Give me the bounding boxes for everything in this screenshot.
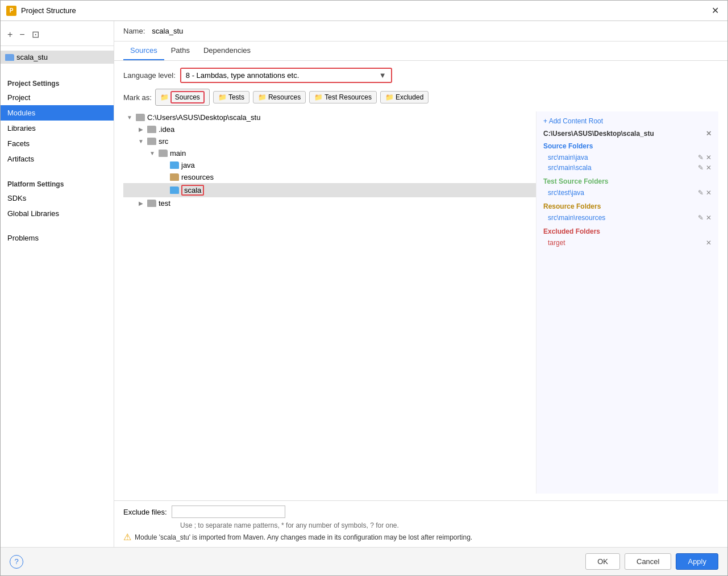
- remove-source-folder-2-button[interactable]: ✕: [706, 164, 712, 172]
- test-source-folder-path-1: src\test\java: [548, 189, 698, 197]
- cancel-button[interactable]: Cancel: [625, 553, 671, 570]
- folder-icon-scala: [170, 187, 179, 194]
- dialog-footer: ? OK Cancel Apply: [1, 547, 727, 575]
- apply-button[interactable]: Apply: [676, 553, 718, 570]
- tree-node-scala[interactable]: scala: [123, 183, 536, 197]
- mark-as-resources-button[interactable]: 📁 Resources: [253, 91, 306, 103]
- tree-node-idea[interactable]: ▶ .idea: [123, 123, 536, 135]
- expand-icon-scala: [160, 187, 168, 193]
- mark-as-label: Mark as:: [123, 93, 152, 102]
- tab-paths[interactable]: Paths: [164, 42, 197, 60]
- sidebar-item-facets[interactable]: Facets: [1, 136, 114, 151]
- source-folder-entry-1: src\main\java ✎ ✕: [548, 152, 712, 163]
- edit-test-source-folder-1-button[interactable]: ✎: [698, 189, 704, 197]
- module-item-scala-stu[interactable]: scala_stu: [1, 51, 114, 64]
- resource-folders-label: Resource Folders: [543, 202, 712, 210]
- remove-test-source-folder-1-button[interactable]: ✕: [706, 189, 712, 197]
- edit-resource-folder-1-button[interactable]: ✎: [698, 214, 704, 222]
- sidebar-item-libraries-label: Libraries: [7, 124, 36, 132]
- sources-button-label: Sources: [170, 91, 205, 103]
- edit-source-folder-1-button[interactable]: ✎: [698, 154, 704, 161]
- sidebar-item-artifacts-label: Artifacts: [7, 155, 34, 163]
- source-folder-path-1: src\main\java: [548, 154, 698, 161]
- add-content-root-button[interactable]: + Add Content Root: [543, 117, 712, 125]
- project-settings-label: Project Settings: [1, 75, 114, 90]
- sidebar-item-global-libraries-label: Global Libraries: [7, 209, 59, 218]
- expand-icon-main: ▼: [148, 150, 156, 156]
- remove-source-folder-1-button[interactable]: ✕: [706, 154, 712, 161]
- sidebar-item-project-label: Project: [7, 93, 30, 102]
- sidebar-item-sdks-label: SDKs: [7, 194, 26, 202]
- tree-node-root-label: C:\Users\ASUS\Desktop\scala_stu: [147, 113, 260, 122]
- sources-folder-icon: 📁: [160, 93, 169, 101]
- expand-icon-resources: [160, 174, 168, 180]
- titlebar: P Project Structure ✕: [1, 1, 727, 21]
- sidebar-item-libraries[interactable]: Libraries: [1, 121, 114, 136]
- resource-folder-1-actions: ✎ ✕: [698, 214, 712, 222]
- tree-node-test-label: test: [159, 199, 170, 208]
- tree-node-src[interactable]: ▼ src: [123, 135, 536, 147]
- folder-icon-resources: [170, 173, 179, 181]
- sidebar-item-modules[interactable]: Modules: [1, 105, 114, 121]
- tree-node-resources[interactable]: resources: [123, 171, 536, 183]
- sidebar-item-project[interactable]: Project: [1, 90, 114, 105]
- expand-icon-idea: ▶: [137, 126, 145, 132]
- expand-icon-test: ▶: [137, 200, 145, 206]
- close-button[interactable]: ✕: [708, 4, 722, 18]
- source-folder-2-actions: ✎ ✕: [698, 164, 712, 172]
- source-folder-1-actions: ✎ ✕: [698, 154, 712, 161]
- warning-icon: ⚠: [123, 532, 131, 542]
- dropdown-arrow-icon: ▼: [375, 69, 391, 82]
- mark-as-test-resources-button[interactable]: 📁 Test Resources: [309, 91, 377, 103]
- tree-node-scala-label: scala: [181, 185, 204, 196]
- resource-folder-path-1: src\main\resources: [548, 214, 698, 222]
- source-folders-label: Source Folders: [543, 142, 712, 150]
- center-panel: Name: Sources Paths Dependencies Languag…: [114, 21, 727, 547]
- sidebar-item-global-libraries[interactable]: Global Libraries: [1, 206, 114, 221]
- sidebar-item-sdks[interactable]: SDKs: [1, 190, 114, 206]
- module-name-input[interactable]: [149, 26, 718, 36]
- tree-node-src-label: src: [159, 137, 168, 146]
- footer-buttons: OK Cancel Apply: [585, 553, 718, 570]
- language-level-select-wrapper: 8 - Lambdas, type annotations etc. 7 - D…: [180, 68, 392, 83]
- tree-node-resources-label: resources: [181, 173, 214, 181]
- remove-excluded-folder-1-button[interactable]: ✕: [706, 239, 712, 247]
- language-level-select[interactable]: 8 - Lambdas, type annotations etc. 7 - D…: [181, 69, 375, 82]
- expand-icon-src: ▼: [137, 138, 145, 144]
- warning-row: ⚠ Module 'scala_stu' is imported from Ma…: [123, 532, 718, 542]
- ok-button[interactable]: OK: [585, 553, 620, 570]
- folder-icon-idea: [147, 126, 156, 133]
- tree-node-main[interactable]: ▼ main: [123, 147, 536, 159]
- tab-dependencies[interactable]: Dependencies: [197, 42, 257, 60]
- folder-icon-test: [147, 200, 156, 207]
- tree-node-main-label: main: [170, 149, 186, 158]
- mark-as-tests-button[interactable]: 📁 Tests: [213, 91, 249, 103]
- tab-sources[interactable]: Sources: [123, 42, 164, 60]
- add-module-button[interactable]: +: [5, 28, 15, 41]
- tree-node-idea-label: .idea: [159, 125, 174, 134]
- language-level-row: Language level: 8 - Lambdas, type annota…: [123, 68, 718, 83]
- content-root-path: C:\Users\ASUS\Desktop\scala_stu ✕: [543, 130, 712, 138]
- edit-source-folder-2-button[interactable]: ✎: [698, 164, 704, 172]
- bottom-bar: Exclude files: Use ; to separate name pa…: [114, 500, 727, 547]
- mark-as-sources-button[interactable]: 📁 Sources: [155, 89, 210, 106]
- remove-resource-folder-1-button[interactable]: ✕: [706, 214, 712, 222]
- sidebar-item-problems[interactable]: Problems: [1, 230, 114, 246]
- app-icon: P: [6, 6, 16, 16]
- tree-node-root[interactable]: ▼ C:\Users\ASUS\Desktop\scala_stu: [123, 111, 536, 123]
- remove-module-button[interactable]: −: [17, 28, 27, 41]
- sidebar-item-artifacts[interactable]: Artifacts: [1, 151, 114, 167]
- project-structure-dialog: P Project Structure ✕ + − ⊡ scala_stu Pr…: [0, 0, 728, 576]
- file-tree: ▼ C:\Users\ASUS\Desktop\scala_stu ▶ .ide…: [123, 111, 536, 494]
- remove-content-root-button[interactable]: ✕: [706, 130, 712, 138]
- help-button[interactable]: ?: [10, 555, 23, 569]
- tree-node-java[interactable]: java: [123, 159, 536, 171]
- resources-button-label: Resources: [268, 93, 301, 101]
- mark-as-excluded-button[interactable]: 📁 Excluded: [380, 91, 429, 103]
- copy-module-button[interactable]: ⊡: [30, 28, 41, 41]
- tests-button-label: Tests: [228, 93, 244, 101]
- sidebar: + − ⊡ scala_stu Project Settings Project…: [1, 21, 114, 547]
- language-level-label: Language level:: [123, 71, 176, 80]
- exclude-files-input[interactable]: [172, 505, 285, 518]
- tree-node-test[interactable]: ▶ test: [123, 197, 536, 209]
